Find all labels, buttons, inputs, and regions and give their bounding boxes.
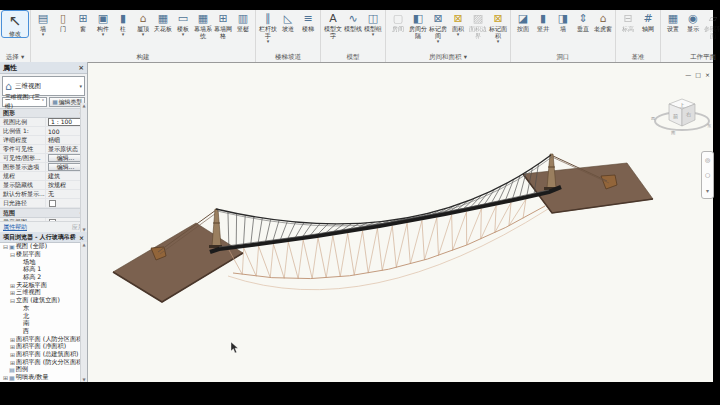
chevron-down-icon: ▾	[79, 83, 82, 89]
component-icon: ▣	[98, 12, 108, 25]
ribbon-button-floor[interactable]: ▭楼板▾	[173, 11, 193, 36]
ribbon-button-ref-plane[interactable]: ▱参照平面	[703, 11, 720, 39]
ribbon-button-model-group[interactable]: ◫模型组▾	[363, 11, 383, 36]
view-restore-icon[interactable]: □	[695, 71, 701, 78]
property-checkbox[interactable]	[49, 200, 56, 207]
collapse-icon[interactable]: ⊟	[9, 297, 16, 304]
edit-button[interactable]: 编辑...	[48, 163, 81, 171]
navigation-bar[interactable]: ◎○▾	[701, 151, 714, 199]
bridge-tower-right[interactable]	[547, 154, 556, 188]
tree-item[interactable]: ▢图纸 (全部)	[0, 381, 87, 382]
ribbon-button-shaft[interactable]: ▮竖井	[533, 11, 553, 32]
tree-item[interactable]: ⊞天花板平面	[0, 281, 87, 289]
edit-button[interactable]: 编辑...	[48, 154, 81, 162]
expand-icon[interactable]: ⊞	[2, 374, 9, 381]
tree-item[interactable]: ⊞面积平面 (防火分区面积)	[0, 358, 87, 366]
properties-palette: 属性 × ⌂ 三维视图 ▾ 三维视图: (三维) ˅ ▦ 编辑类型 图形^视图比…	[0, 62, 88, 232]
ribbon-group-label-select[interactable]: 选择 ▾	[2, 52, 28, 62]
ribbon-button-door[interactable]: ▯门	[53, 11, 73, 32]
mouse-cursor	[231, 342, 238, 353]
mullion-icon: ▥	[238, 12, 248, 25]
tree-item[interactable]: 标高 1	[0, 266, 87, 274]
ribbon-button-vertical-opening[interactable]: ⇕垂直	[573, 11, 593, 32]
ribbon-button-show-workplane[interactable]: ◉显示	[683, 11, 703, 32]
ribbon-button-label: 天花板	[154, 25, 172, 32]
ribbon-button-modify[interactable]: ↖修改	[2, 11, 28, 37]
view-close-icon[interactable]: ×	[705, 71, 710, 78]
property-grid: 图形^视图比例1 : 100比例值 1:100详细程度精细零件可见性显示原状态可…	[0, 108, 87, 236]
ribbon-button-label: 门	[60, 25, 66, 32]
railing-icon: ∥	[265, 12, 271, 25]
tree-item[interactable]: 场地	[0, 258, 87, 266]
collapse-icon[interactable]: ⊟	[2, 243, 9, 250]
ribbon-button-by-face[interactable]: ◪按面	[513, 11, 533, 32]
properties-help-link[interactable]: 属性帮助	[3, 223, 27, 232]
ribbon-button-room-separator[interactable]: ◧房间分隔	[408, 11, 428, 39]
navbar-more-icon[interactable]: ▾	[706, 187, 709, 194]
ribbon-button-set-workplane[interactable]: ▦设置	[663, 11, 683, 32]
expand-icon[interactable]: ⊞	[9, 336, 16, 343]
view-minimize-icon[interactable]: —	[685, 71, 691, 78]
ribbon-button-ramp[interactable]: ◺坡道	[278, 11, 298, 32]
expand-icon[interactable]: ⊞	[9, 289, 16, 296]
properties-header: 属性 ×	[0, 62, 87, 74]
ribbon-group-label-room-area[interactable]: 房间和面积 ▾	[388, 52, 508, 62]
project-browser-scrollbar[interactable]: ▲▼	[80, 242, 87, 382]
tree-item[interactable]: ⊟立面 (建筑立面)	[0, 297, 87, 305]
ribbon-button-area[interactable]: ⊠面积▾	[448, 11, 468, 36]
ribbon-button-mullion[interactable]: ▥竖梃	[233, 11, 253, 32]
tree-item[interactable]: 东	[0, 305, 87, 313]
bridge-tower-left[interactable]	[212, 209, 221, 246]
expand-icon[interactable]: ⊞	[9, 282, 16, 289]
properties-close-icon[interactable]: ×	[78, 64, 84, 72]
zoom-icon[interactable]: ○	[705, 171, 710, 178]
terrain-plane-right[interactable]	[523, 163, 653, 213]
bridge-deck[interactable]	[210, 187, 561, 252]
ribbon-button-model-line[interactable]: ∿模型线	[343, 11, 363, 32]
expand-icon[interactable]: ⊞	[9, 351, 16, 358]
ribbon-button-column[interactable]: ▮柱▾	[113, 11, 133, 36]
ribbon-button-railing[interactable]: ∥栏杆扶手▾	[258, 11, 278, 43]
tree-item[interactable]: 南	[0, 320, 87, 328]
room-icon: ▢	[393, 12, 403, 25]
ribbon-button-room[interactable]: ▢房间	[388, 11, 408, 32]
ribbon-button-dormer[interactable]: ⌂老虎窗	[593, 11, 613, 32]
project-browser-close-icon[interactable]: ×	[79, 234, 84, 241]
main-cable[interactable]	[216, 155, 551, 224]
property-section-header[interactable]: 范围^	[0, 208, 87, 218]
tree-item[interactable]: ⊟▣视图 (全部)	[0, 243, 87, 251]
ribbon-button-model-text[interactable]: A模型文字	[323, 11, 343, 39]
ribbon-button-label: 垂直	[577, 25, 589, 32]
room-separator-icon: ◧	[413, 12, 423, 25]
tree-item[interactable]: ⊟楼层平面	[0, 251, 87, 259]
modify-cursor-icon: ↖	[9, 12, 22, 30]
ribbon-button-window[interactable]: ⊞窗	[73, 11, 93, 32]
ceiling-icon: ▦	[158, 12, 168, 25]
viewcube[interactable]: 上 前 右 西 南 东	[651, 99, 712, 135]
project-browser-tree: ⊟▣视图 (全部)⊟楼层平面场地标高 1标高 2⊞天花板平面⊞三维视图⊟立面 (…	[0, 243, 87, 382]
tree-item[interactable]: 北	[0, 312, 87, 320]
steering-wheel-icon[interactable]: ◎	[705, 156, 710, 163]
ribbon-button-grid[interactable]: #轴网	[638, 11, 658, 32]
ribbon-button-ceiling[interactable]: ▦天花板	[153, 11, 173, 32]
3d-viewport[interactable]: 上 前 右 西 南 东 —□× ◎○▾	[88, 62, 713, 382]
ribbon-button-tag-area[interactable]: ⊠标记面积▾	[488, 11, 508, 43]
property-section-header[interactable]: 图形^	[0, 108, 87, 118]
ribbon-button-level[interactable]: ⊟标高	[618, 11, 638, 32]
collapse-icon[interactable]: ⊟	[9, 251, 16, 258]
view-selector-dropdown[interactable]: 三维视图: (三维) ˅	[2, 97, 47, 107]
ribbon-button-wall-opening[interactable]: ◨墙	[553, 11, 573, 32]
ribbon-button-area-boundary[interactable]: ▨面积边界	[468, 11, 488, 39]
ribbon-button-wall[interactable]: ▤墙▾	[33, 11, 53, 36]
ribbon-button-curtain-grid[interactable]: ⊞幕墙网格	[213, 11, 233, 39]
properties-scrollbar[interactable]: ▲▼	[80, 103, 87, 232]
ribbon-button-label: 面积边界	[468, 25, 488, 39]
ribbon-button-stair[interactable]: ≡楼梯	[298, 11, 318, 32]
ribbon-button-component[interactable]: ▣构件▾	[93, 11, 113, 36]
ribbon-button-curtain-system[interactable]: ▦幕墙系统	[193, 11, 213, 39]
expand-icon[interactable]: ⊞	[9, 343, 16, 350]
ribbon-button-roof[interactable]: ⌂屋顶▾	[133, 11, 153, 36]
terrain-plane-left[interactable]	[113, 223, 243, 302]
ribbon-button-tag-room[interactable]: ⊠标记房间▾	[428, 11, 448, 43]
views-icon: ▣	[9, 243, 15, 250]
